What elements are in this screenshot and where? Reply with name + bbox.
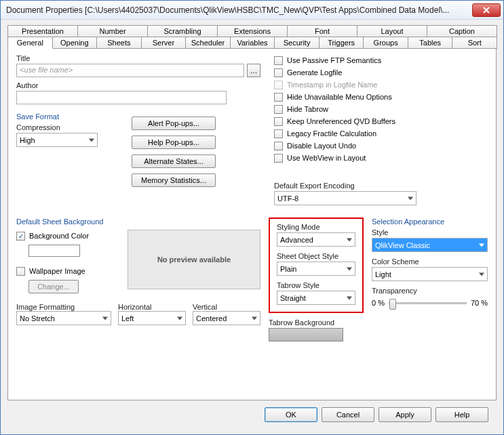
ok-button[interactable]: OK (265, 407, 317, 422)
title-input[interactable]: <use file name> (16, 64, 244, 77)
style-select[interactable]: QlikView Classic (372, 238, 488, 252)
change-wallpaper-button: Change... (28, 280, 79, 293)
style-label: Style (372, 228, 488, 236)
transparency-min: 0 % (372, 299, 385, 307)
tab-layout[interactable]: Layout (357, 25, 427, 37)
slider-thumb[interactable] (389, 299, 396, 310)
legacy-fractile-checkbox[interactable]: Legacy Fractile Calculation (274, 127, 488, 140)
titlebar: Document Properties [C:\Users\44025037\D… (1, 1, 503, 20)
chevron-down-icon (89, 138, 94, 142)
sheet-object-style-label: Sheet Object Style (277, 252, 355, 260)
apply-button[interactable]: Apply (379, 407, 431, 422)
sheet-object-style-select[interactable]: Plain (277, 262, 355, 276)
wallpaper-image-checkbox[interactable]: Wallpaper Image (16, 265, 118, 277)
author-label: Author (16, 81, 260, 89)
tab-scrambling[interactable]: Scrambling (147, 25, 218, 37)
tabrow-background-label: Tabrow Background (269, 318, 364, 327)
keep-qvd-checkbox[interactable]: Keep Unreferenced QVD Buffers (274, 115, 488, 127)
generate-logfile-checkbox[interactable]: Generate Logfile (274, 66, 488, 79)
tab-presentation[interactable]: Presentation (7, 25, 78, 37)
image-formatting-label: Image Formatting (16, 303, 111, 311)
tab-opening[interactable]: Opening (52, 37, 98, 49)
title-label: Title (16, 54, 260, 62)
hide-menu-checkbox[interactable]: Hide Unavailable Menu Options (274, 91, 488, 103)
chevron-down-icon (102, 316, 108, 320)
encoding-select[interactable]: UTF-8 (274, 191, 416, 205)
transparency-slider[interactable] (389, 302, 467, 304)
disable-layout-undo-checkbox[interactable]: Disable Layout Undo (274, 140, 488, 152)
tab-triggers[interactable]: Triggers (319, 37, 364, 49)
color-scheme-select[interactable]: Light (372, 267, 488, 281)
tab-sort[interactable]: Sort (452, 37, 497, 49)
tabrow-style-label: Tabrow Style (277, 281, 355, 289)
tab-number[interactable]: Number (77, 25, 148, 37)
vertical-label: Vertical (193, 303, 260, 311)
default-sheet-bg-label: Default Sheet Background (16, 218, 260, 226)
chevron-down-icon (479, 243, 484, 247)
horizontal-select[interactable]: Left (118, 311, 186, 325)
tab-row-2: General Opening Sheets Server Scheduler … (7, 37, 497, 49)
tab-row-1: Presentation Number Scrambling Extension… (7, 25, 497, 37)
horizontal-label: Horizontal (118, 303, 186, 311)
vertical-select[interactable]: Centered (193, 311, 260, 325)
close-button[interactable] (472, 3, 501, 17)
styling-mode-select[interactable]: Advanced (277, 232, 355, 247)
tab-scheduler[interactable]: Scheduler (185, 37, 231, 49)
chevron-down-icon (479, 272, 484, 276)
transparency-label: Transparency (372, 287, 488, 295)
use-webview-checkbox[interactable]: Use WebView in Layout (274, 152, 488, 164)
alert-popups-button[interactable]: Alert Pop-ups... (132, 117, 216, 130)
styling-mode-label: Styling Mode (277, 223, 355, 231)
chevron-down-icon (347, 267, 352, 270)
memory-statistics-button[interactable]: Memory Statistics... (132, 173, 216, 187)
alternate-states-button[interactable]: Alternate States... (132, 154, 216, 168)
chevron-down-icon (177, 316, 182, 320)
hide-tabrow-checkbox[interactable]: Hide Tabrow (274, 103, 488, 115)
tab-sheets[interactable]: Sheets (96, 37, 142, 49)
styling-highlight-box: Styling Mode Advanced Sheet Object Style… (269, 218, 364, 313)
tab-font[interactable]: Font (287, 25, 357, 37)
passive-ftp-checkbox[interactable]: Use Passive FTP Semantics (274, 54, 488, 66)
compression-label: Compression (16, 123, 118, 131)
chevron-down-icon (252, 316, 257, 320)
default-export-encoding-label: Default Export Encoding (274, 182, 488, 190)
document-properties-dialog: Document Properties [C:\Users\44025037\D… (0, 0, 504, 435)
background-color-checkbox[interactable]: Background Color (16, 230, 118, 242)
transparency-max: 70 % (471, 299, 488, 307)
tab-server[interactable]: Server (141, 37, 187, 49)
background-color-swatch[interactable] (28, 245, 80, 257)
tab-extensions[interactable]: Extensions (217, 25, 288, 37)
tab-tables[interactable]: Tables (408, 37, 453, 49)
chevron-down-icon (347, 238, 352, 241)
help-button[interactable]: Help (435, 407, 488, 422)
tab-groups[interactable]: Groups (363, 37, 408, 49)
chevron-down-icon (347, 296, 352, 299)
general-pane: Title <use file name> … Author Save Form… (7, 48, 497, 400)
tab-variables[interactable]: Variables (230, 37, 275, 49)
tab-caption[interactable]: Caption (427, 25, 497, 37)
author-input[interactable] (16, 91, 227, 104)
tab-security[interactable]: Security (274, 37, 319, 49)
help-popups-button[interactable]: Help Pop-ups... (132, 136, 216, 149)
compression-select[interactable]: High (16, 133, 98, 147)
save-format-label: Save Format (16, 112, 118, 121)
dialog-button-bar: OK Cancel Apply Help (7, 400, 497, 429)
tabrow-style-select[interactable]: Straight (277, 291, 355, 305)
chevron-down-icon (408, 196, 413, 200)
preview-area: No preview available (128, 230, 260, 289)
cancel-button[interactable]: Cancel (322, 407, 374, 422)
timestamp-logfile-checkbox: Timestamp in Logfile Name (274, 79, 488, 91)
tab-general[interactable]: General (7, 37, 53, 49)
image-formatting-select[interactable]: No Stretch (16, 311, 111, 325)
title-browse-button[interactable]: … (247, 64, 260, 77)
color-scheme-label: Color Scheme (372, 257, 488, 266)
close-icon (483, 7, 490, 14)
window-title: Document Properties [C:\Users\44025037\D… (3, 5, 472, 15)
selection-appearance-label: Selection Appearance (372, 218, 488, 226)
tabrow-background-swatch[interactable] (269, 328, 343, 341)
